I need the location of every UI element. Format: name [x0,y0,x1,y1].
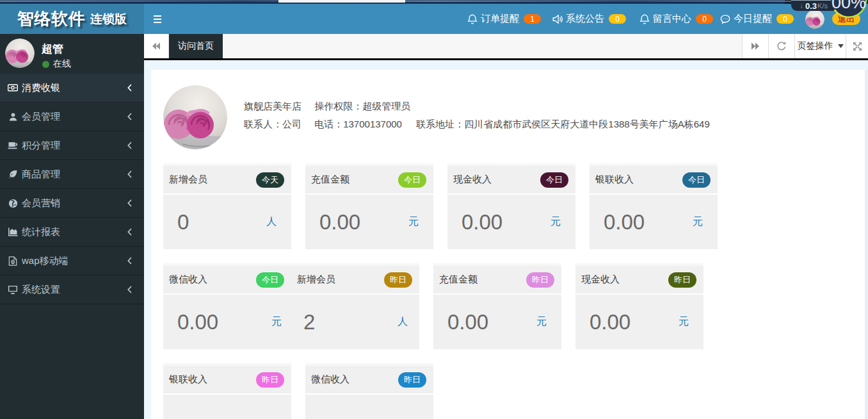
main-area: 访问首页 页签操作 [144,34,868,419]
dashboard-panel: 旗舰店美年店 操作权限：超级管理员 联系人：公司 电话：13700137000 … [151,70,865,419]
fullscreen-button[interactable] [846,34,868,58]
store-profile: 旗舰店美年店 操作权限：超级管理员 联系人：公司 电话：13700137000 … [163,85,865,149]
download-arrow-icon: ↓ [800,2,803,10]
user-avatar-large[interactable] [5,38,35,68]
user-icon [8,112,18,122]
sidebar-toggle-button[interactable] [144,4,170,34]
store-permission: 操作权限：超级管理员 [314,101,410,111]
stat-unit: 元 [271,315,282,329]
stat-label: 微信收入 [169,274,207,286]
stat-value: 0.00 [319,210,360,234]
content-area: 旗舰店美年店 操作权限：超级管理员 联系人：公司 电话：13700137000 … [144,60,868,419]
sidebar-item-6[interactable]: 统计报表 [0,218,144,247]
comment-icon [719,13,731,25]
sidebar-item-label: wap移动端 [22,255,144,267]
nav-item-label: 系统公告 [566,13,604,25]
tab-home[interactable]: 访问首页 [169,34,223,58]
backward-icon [152,42,161,50]
bell-icon [639,13,650,25]
globe-icon [8,199,18,208]
store-name: 旗舰店美年店 [244,97,312,115]
network-speed-widget[interactable]: ↓ 0.3 K/s 00% [791,0,845,11]
sidebar: 超管 在线 消费收银会员管理积分管理商品管理会员营销统计报表wap移动端系统设置 [0,34,144,419]
store-contact: 联系人：公司 [244,115,312,133]
stat-label: 新增会员 [297,274,335,286]
sidebar-item-label: 统计报表 [22,226,144,238]
stat-value: 0.00 [177,310,218,334]
forward-icon [751,42,760,50]
logo-title: 智络软件 [17,8,85,30]
network-speed-unit: K/s [817,2,828,10]
stat-card: 银联收入今日0.00元 [590,163,718,249]
stat-card: 新增会员今天0人 [163,163,291,249]
notification-count-badge: 0 [609,14,626,24]
app-logo[interactable]: 智络软件 连锁版 [0,4,144,34]
stat-label: 微信收入 [311,374,350,386]
sidebar-item-1[interactable]: 消费收银 [0,74,144,103]
caret-down-icon [838,44,844,48]
stat-unit: 人 [398,315,408,329]
nav-item-order-reminder[interactable]: 订单提醒 1 [467,13,541,25]
hamburger-bar [154,22,161,23]
stats-row-1: 新增会员今天0人充值金额今日0.00元现金收入今日0.00元银联收入今日0.00… [163,163,865,249]
nav-item-system-announcement[interactable]: 系统公告 0 [552,13,626,25]
stat-label: 充值金额 [311,174,350,186]
sidebar-item-8[interactable]: 系统设置 [0,275,144,304]
tab-operations-dropdown[interactable]: 页签操作 [794,34,846,58]
tabs-scroll-right-button[interactable] [742,34,768,58]
stat-unit: 元 [693,215,703,229]
refresh-tab-button[interactable] [768,34,794,58]
sidebar-item-label: 商品管理 [22,168,144,181]
top-navbar: 订单提醒 1 系统公告 0 留言中心 0 [144,4,868,34]
bell-icon [467,13,478,25]
sidebar-item-4[interactable]: 商品管理 [0,160,144,189]
store-info: 旗舰店美年店 操作权限：超级管理员 联系人：公司 电话：13700137000 … [244,85,710,149]
sidebar-item-label: 系统设置 [22,284,144,296]
stat-value: 2 [303,310,315,334]
tabs-scroll-left-button[interactable] [144,34,169,58]
online-status-dot [42,61,49,68]
sidebar-item-5[interactable]: 会员营销 [0,189,144,218]
stat-card: 微信收入昨日 [305,363,433,419]
sidebar-item-label: 消费收银 [22,82,144,94]
stat-card: 银联收入昨日 [163,363,291,419]
stat-value: 0.00 [447,310,488,334]
nav-item-today-reminder[interactable]: 今日提醒 0 [719,13,794,25]
stat-value: 0.00 [462,210,502,234]
store-phone: 电话：13700137000 [314,115,414,133]
browser-tab-sliver [278,0,405,3]
chevron-left-icon [127,228,132,236]
sidebar-menu: 消费收银会员管理积分管理商品管理会员营销统计报表wap移动端系统设置 [0,74,144,304]
chevron-left-icon [127,113,132,120]
area-chart-icon [8,227,18,237]
speed-ball-gauge[interactable]: 00% [830,0,868,19]
stat-unit: 元 [536,315,547,329]
chevron-left-icon [127,286,132,293]
gauge-percent-text: 00% [830,0,868,19]
expand-arrows-icon [853,42,862,51]
user-avatar-small[interactable] [805,10,824,29]
sidebar-user-panel: 超管 在线 [0,34,144,74]
stat-period-badge: 昨日 [398,372,426,388]
chevron-left-icon [127,84,132,92]
sidebar-item-label: 积分管理 [22,140,144,152]
sidebar-item-3[interactable]: 积分管理 [0,131,144,160]
leaf-icon [8,169,18,179]
notification-count-badge: 0 [696,14,713,24]
chevron-left-icon [127,199,132,207]
stat-value: 0 [177,210,189,234]
stats-row-2: 微信收入今日新增会员昨日0.00元2人充值金额昨日0.00元现金收入昨日0.00… [163,263,865,349]
tab-bar-actions: 页签操作 [742,34,868,58]
stat-label: 银联收入 [595,174,634,186]
hamburger-bar [154,19,161,20]
coffee-icon [8,140,18,151]
header-bar: 智络软件 连锁版 订单提醒 1 系统公告 0 [0,4,868,34]
hamburger-bar [154,15,161,17]
stat-unit: 元 [551,215,561,229]
sidebar-item-7[interactable]: wap移动端 [0,247,144,275]
sidebar-item-2[interactable]: 会员管理 [0,103,144,131]
stat-card: 充值金额昨日0.00元 [433,263,561,349]
nav-item-message-center[interactable]: 留言中心 0 [639,13,713,25]
tab-operations-label: 页签操作 [798,40,833,52]
stat-unit: 元 [679,315,689,329]
